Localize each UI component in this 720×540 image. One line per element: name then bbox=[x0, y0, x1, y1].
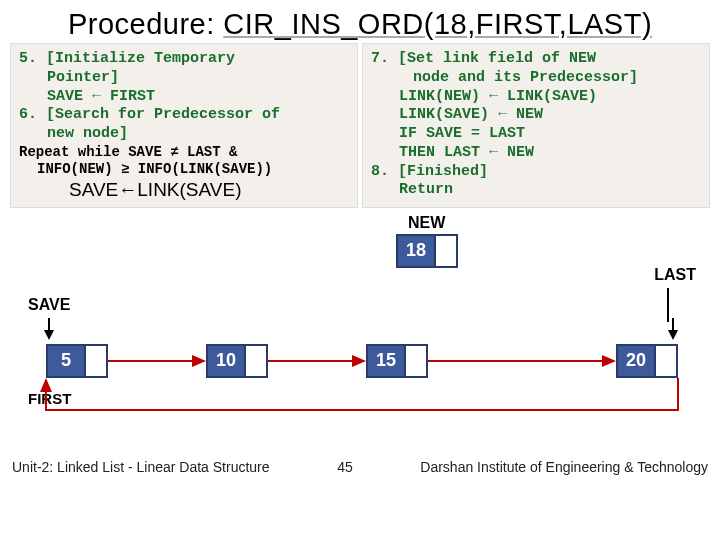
repeat-l2: INFO(NEW) ≥ INFO(LINK(SAVE)) bbox=[19, 161, 349, 179]
step8-l1: 8. [Finished] bbox=[371, 163, 701, 182]
repeat-l1: Repeat while SAVE ≠ LAST & bbox=[19, 144, 349, 162]
slide-footer: Unit-2: Linked List - Linear Data Struct… bbox=[0, 459, 720, 479]
left-column: 5. [Initialize Temporary Pointer] SAVE ←… bbox=[10, 43, 358, 208]
step6-l2: new node] bbox=[19, 125, 349, 144]
step7-l2: node and its Predecessor] bbox=[371, 69, 701, 88]
step5-l2: Pointer] bbox=[19, 69, 349, 88]
footer-mid: 45 bbox=[337, 459, 353, 475]
slide-title: Procedure: CIR_INS_ORD(18,FIRST,LAST) bbox=[0, 0, 720, 43]
linked-list-diagram: NEW LAST SAVE FIRST 18 5 10 15 20 bbox=[0, 214, 720, 459]
step7-l3: LINK(NEW) ← LINK(SAVE) bbox=[371, 88, 701, 107]
right-column: 7. [Set link field of NEW node and its P… bbox=[362, 43, 710, 208]
step8-l2: Return bbox=[371, 181, 701, 200]
title-pre: Procedure: bbox=[68, 8, 223, 40]
step7-l5: IF SAVE = LAST bbox=[371, 125, 701, 144]
step7-l6: THEN LAST ← NEW bbox=[371, 144, 701, 163]
save-expr: SAVE←LINK(SAVE) bbox=[19, 179, 349, 201]
footer-right: Darshan Institute of Engineering & Techn… bbox=[420, 459, 708, 475]
step5-l3: SAVE ← FIRST bbox=[19, 88, 349, 107]
code-columns: 5. [Initialize Temporary Pointer] SAVE ←… bbox=[0, 43, 720, 208]
step7-l4: LINK(SAVE) ← NEW bbox=[371, 106, 701, 125]
title-proc: CIR_INS_ORD(18,FIRST,LAST) bbox=[223, 8, 652, 40]
footer-left: Unit-2: Linked List - Linear Data Struct… bbox=[12, 459, 270, 475]
step6-l1: 6. [Search for Predecessor of bbox=[19, 106, 349, 125]
step7-l1: 7. [Set link field of NEW bbox=[371, 50, 701, 69]
step5-l1: 5. [Initialize Temporary bbox=[19, 50, 349, 69]
diagram-links bbox=[0, 214, 720, 459]
